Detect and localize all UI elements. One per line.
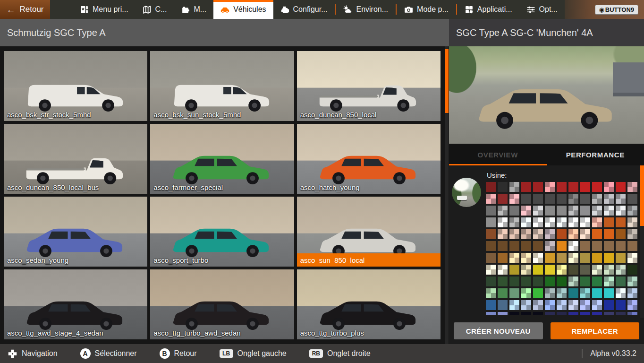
paint-swatch[interactable] [509, 253, 519, 263]
paint-swatch[interactable] [509, 182, 519, 192]
paint-swatch[interactable] [604, 206, 614, 216]
vehicle-card[interactable]: asco_sport_turbo [150, 197, 294, 267]
vehicle-card[interactable]: asco_sedan_young [4, 197, 147, 267]
paint-swatch[interactable] [627, 277, 637, 286]
paint-swatch[interactable] [486, 312, 496, 315]
paint-swatch[interactable] [545, 194, 555, 204]
paint-swatch[interactable] [580, 206, 590, 216]
paint-swatch[interactable] [545, 182, 555, 192]
paint-swatch[interactable] [521, 265, 531, 275]
paint-swatch[interactable] [521, 277, 531, 286]
paint-swatch[interactable] [592, 253, 602, 263]
paint-swatch[interactable] [498, 312, 508, 315]
vehicle-card[interactable]: asco_bsk_str_stock_5mhd [4, 51, 147, 121]
paint-swatch[interactable] [545, 206, 555, 216]
paint-swatch[interactable] [509, 229, 519, 239]
paint-swatch[interactable] [592, 182, 602, 192]
paint-swatch[interactable] [486, 229, 496, 239]
paint-swatch[interactable] [498, 229, 508, 239]
paint-swatch[interactable] [604, 277, 614, 286]
paint-swatch[interactable] [580, 241, 590, 251]
paint-swatch[interactable] [616, 300, 626, 310]
paint-swatch[interactable] [545, 241, 555, 251]
tab-environment[interactable]: Environ... [336, 0, 395, 19]
paint-swatch[interactable] [557, 265, 567, 275]
paint-swatch[interactable] [521, 300, 531, 310]
paint-swatch[interactable] [580, 265, 590, 275]
paint-swatch[interactable] [604, 182, 614, 192]
paint-swatch[interactable] [580, 253, 590, 263]
paint-swatch[interactable] [509, 206, 519, 216]
paint-swatch[interactable] [627, 194, 637, 204]
paint-swatch[interactable] [568, 265, 578, 275]
paint-swatch[interactable] [557, 300, 567, 310]
paint-swatch[interactable] [533, 300, 543, 310]
paint-swatch[interactable] [592, 217, 602, 227]
paint-swatch[interactable] [521, 288, 531, 298]
paint-swatch[interactable] [604, 217, 614, 227]
vehicle-card[interactable]: asco_ttg_turbo_awd_sedan [150, 269, 294, 339]
paint-swatch[interactable] [533, 277, 543, 286]
paint-swatch[interactable] [509, 265, 519, 275]
paint-swatch[interactable] [568, 182, 578, 192]
paint-swatch[interactable] [498, 217, 508, 227]
paint-swatch[interactable] [533, 312, 543, 315]
paint-swatch[interactable] [604, 300, 614, 310]
paint-swatch[interactable] [486, 300, 496, 310]
paint-swatch[interactable] [545, 217, 555, 227]
paint-swatch[interactable] [627, 265, 637, 275]
paint-swatch[interactable] [498, 194, 508, 204]
paint-swatch[interactable] [521, 229, 531, 239]
paint-swatch[interactable] [509, 300, 519, 310]
environment-thumbnail[interactable] [452, 178, 481, 207]
paint-swatch[interactable] [592, 312, 602, 315]
paint-swatch[interactable] [616, 265, 626, 275]
paint-swatch[interactable] [521, 312, 531, 315]
paint-swatch[interactable] [627, 217, 637, 227]
paint-swatch[interactable] [616, 288, 626, 298]
vehicle-card[interactable]: asco_duncan_850_local_bus [4, 124, 147, 194]
paint-swatch[interactable] [616, 182, 626, 192]
paint-swatch[interactable] [627, 312, 637, 315]
back-button[interactable]: ← Retour [0, 0, 50, 19]
paint-swatch[interactable] [627, 241, 637, 251]
paint-swatch[interactable] [616, 277, 626, 286]
paint-swatch[interactable] [627, 229, 637, 239]
paint-swatch[interactable] [533, 288, 543, 298]
paint-swatch[interactable] [604, 241, 614, 251]
scrollbar-thumb[interactable] [445, 49, 449, 113]
paint-swatch[interactable] [592, 277, 602, 286]
paint-swatch[interactable] [616, 253, 626, 263]
paint-swatch[interactable] [533, 253, 543, 263]
paint-swatch[interactable] [580, 288, 590, 298]
paint-swatch[interactable] [509, 288, 519, 298]
paint-swatch[interactable] [509, 277, 519, 286]
paint-swatch[interactable] [580, 217, 590, 227]
vehicle-card[interactable]: asco_farmoer_special [150, 124, 294, 194]
paint-swatch[interactable] [568, 312, 578, 315]
paint-swatch[interactable] [521, 253, 531, 263]
paint-swatch[interactable] [533, 182, 543, 192]
paint-swatch[interactable] [568, 241, 578, 251]
paint-swatch[interactable] [616, 217, 626, 227]
replace-button[interactable]: REMPLACER [551, 322, 640, 339]
paint-swatch[interactable] [627, 288, 637, 298]
paint-swatch[interactable] [627, 182, 637, 192]
paint-swatch[interactable] [486, 253, 496, 263]
vehicle-card[interactable]: asco_hatch_young [297, 124, 441, 194]
paint-swatch[interactable] [521, 217, 531, 227]
paint-swatch[interactable] [498, 182, 508, 192]
vehicle-card[interactable]: asco_duncan_850_local [297, 51, 441, 121]
paint-swatch[interactable] [627, 300, 637, 310]
paint-swatch[interactable] [486, 217, 496, 227]
paint-swatch[interactable] [545, 300, 555, 310]
paint-swatch[interactable] [568, 300, 578, 310]
paint-swatch[interactable] [521, 182, 531, 192]
create-new-button[interactable]: CRÉER NOUVEAU [454, 322, 543, 339]
button9-badge[interactable]: ◉ BUTTON9 [595, 5, 639, 15]
paint-swatch[interactable] [498, 300, 508, 310]
paint-swatch[interactable] [498, 277, 508, 286]
detail-tab-overview[interactable]: OVERVIEW [449, 144, 547, 165]
paint-swatch[interactable] [557, 182, 567, 192]
tab-camera[interactable]: Mode p... [397, 0, 456, 19]
